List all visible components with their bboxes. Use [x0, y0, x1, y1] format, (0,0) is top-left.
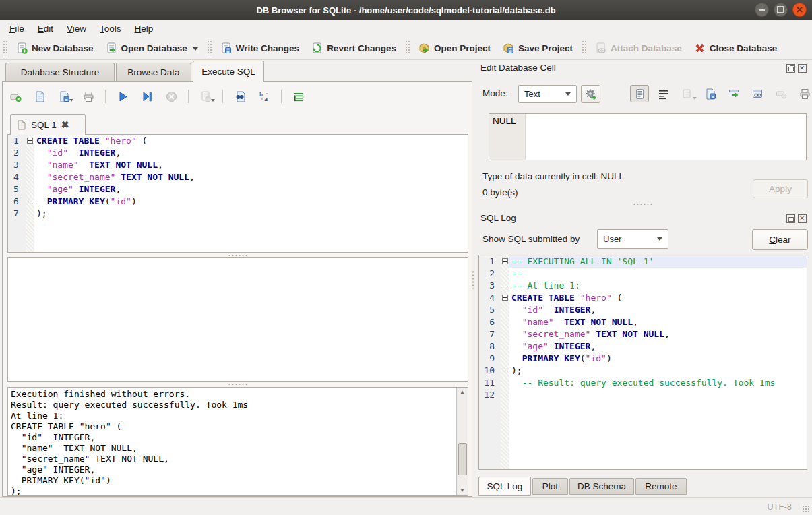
dock-tab-remote[interactable]: Remote	[635, 478, 687, 495]
write-changes-label: Write Changes	[236, 43, 299, 53]
log-filter-label-post: L submitted by	[521, 234, 580, 244]
execute-all-icon[interactable]	[114, 88, 131, 104]
sql-log-dock-buttons	[786, 214, 807, 223]
code-line: 1-- EXECUTING ALL IN 'SQL 1'	[479, 255, 807, 268]
toolbar-separator	[405, 40, 410, 55]
dock-tab-plot[interactable]: Plot	[532, 478, 568, 495]
code-line: 5 "age" INTEGER,	[8, 183, 468, 195]
find-replace-icon[interactable]: ba	[255, 88, 273, 104]
fold-marker-icon[interactable]	[502, 295, 508, 301]
log-filter-label-mnemonic: Q	[514, 234, 522, 244]
tab-execute-sql[interactable]: Execute SQL	[193, 61, 264, 82]
print-icon[interactable]	[80, 88, 97, 104]
close-sql-tab-icon[interactable]: ✖	[61, 119, 69, 130]
clear-log-button[interactable]: Clear	[752, 229, 808, 250]
close-dock-icon[interactable]	[798, 214, 807, 223]
write-changes-button[interactable]: Write Changes	[214, 40, 305, 57]
save-as-icon[interactable]	[701, 85, 720, 102]
execute-line-icon[interactable]	[138, 88, 156, 104]
close-icon[interactable]: ✕	[792, 3, 807, 17]
save-project-label: Save Project	[518, 43, 573, 53]
save-project-button[interactable]: Save Project	[497, 40, 579, 57]
revert-changes-button[interactable]: Revert Changes	[305, 40, 402, 57]
fold-marker-icon[interactable]	[27, 138, 33, 144]
print-cell-icon[interactable]	[795, 85, 812, 102]
menu-file[interactable]: File	[3, 22, 31, 36]
text-mode-icon[interactable]	[630, 85, 649, 102]
auto-mode-button[interactable]	[581, 85, 600, 103]
log-filter-select[interactable]: User	[597, 229, 668, 249]
toolbar-drag-handle[interactable]	[3, 40, 7, 55]
code-line: 6 PRIMARY KEY("id")	[8, 195, 468, 208]
word-wrap-icon[interactable]	[654, 85, 673, 102]
link-icon[interactable]	[748, 85, 767, 102]
results-pane[interactable]	[7, 258, 468, 382]
cell-edit-area[interactable]	[526, 114, 806, 160]
save-file-dropdown-icon[interactable]	[69, 99, 73, 104]
new-database-button[interactable]: New Database	[10, 40, 100, 57]
sql-toolbar-separator	[105, 90, 106, 103]
dock-tab-sql-log-label: SQL Log	[487, 481, 523, 491]
menu-view[interactable]: View	[60, 22, 93, 36]
dock-tab-plot-label: Plot	[542, 481, 558, 491]
code-line: 3-- At line 1:	[479, 280, 807, 292]
results-output-splitter[interactable]	[3, 382, 472, 386]
mode-select[interactable]: Text	[518, 85, 577, 103]
window-title: DB Browser for SQLite - /home/user/code/…	[256, 5, 555, 16]
output-scrollbar-thumb[interactable]	[458, 443, 467, 475]
minimize-icon[interactable]	[755, 3, 769, 17]
save-file-icon[interactable]	[55, 88, 73, 104]
close-database-button[interactable]: Close Database	[688, 40, 784, 57]
toolbar-separator	[207, 40, 212, 55]
float-dock-icon[interactable]	[786, 214, 795, 223]
mode-select-value: Text	[524, 89, 540, 99]
open-file-icon[interactable]	[31, 88, 49, 104]
maximize-icon[interactable]	[774, 3, 788, 17]
sql-log-title: SQL Log	[480, 213, 516, 223]
dock-tab-db-schema[interactable]: DB Schema	[569, 478, 634, 495]
scroll-down-icon[interactable]: ▼	[457, 486, 468, 495]
open-external-icon[interactable]	[724, 85, 743, 102]
sql-editor-gutter-fill	[8, 220, 34, 253]
dock-splitter[interactable]	[608, 202, 676, 206]
main-toolbar: New Database Open Database Write Changes…	[0, 36, 812, 60]
execute-sql-panel: ba SQL 1 ✖ 1CREATE TABLE "hero" (2 "id" …	[2, 81, 472, 497]
format-sql-icon[interactable]	[290, 88, 307, 104]
fold-marker-icon[interactable]	[502, 258, 508, 264]
log-filter-select-caret-icon	[657, 237, 662, 243]
mode-select-caret-icon	[565, 92, 571, 98]
dock-tab-sql-log[interactable]: SQL Log	[478, 477, 531, 496]
sql-log-view[interactable]: 1-- EXECUTING ALL IN 'SQL 1'2--3-- At li…	[478, 255, 807, 470]
tab-browse-data[interactable]: Browse Data	[116, 63, 191, 82]
sql-document-tab[interactable]: SQL 1 ✖	[10, 114, 86, 135]
open-project-button[interactable]: Open Project	[412, 40, 497, 57]
menu-tools[interactable]: Tools	[93, 22, 128, 36]
attach-database-label: Attach Database	[611, 43, 682, 53]
sql-editor[interactable]: 1CREATE TABLE "hero" (2 "id" INTEGER,3 "…	[7, 134, 468, 253]
code-line: 2 "id" INTEGER,	[8, 147, 468, 159]
right-dock: Edit Database Cell Mode: Text	[474, 61, 812, 497]
scroll-up-icon[interactable]: ▲	[457, 388, 468, 397]
code-line: 7 "secret_name" TEXT NOT NULL,	[479, 328, 807, 340]
menu-edit[interactable]: Edit	[31, 22, 60, 36]
open-database-button[interactable]: Open Database	[100, 40, 204, 57]
menu-help[interactable]: Help	[128, 22, 160, 36]
open-database-dropdown-icon[interactable]	[193, 47, 198, 53]
output-scrollbar[interactable]: ▲ ▼	[456, 388, 468, 495]
execution-output-text: Execution finished without errors. Resul…	[11, 389, 456, 495]
code-line: 4CREATE TABLE "hero" (	[479, 292, 807, 304]
code-line: 6 "name" TEXT NOT NULL,	[479, 316, 807, 328]
svg-text:b: b	[259, 91, 263, 98]
execution-output-pane[interactable]: Execution finished without errors. Resul…	[7, 387, 468, 496]
resize-grip[interactable]	[802, 505, 810, 513]
menu-bar: File Edit View Tools Help	[0, 20, 812, 36]
tab-database-structure[interactable]: Database Structure	[5, 63, 115, 82]
stop-icon[interactable]	[162, 88, 180, 104]
clear-log-button-label: Clear	[769, 235, 790, 245]
float-dock-icon[interactable]	[786, 64, 795, 73]
open-tab-icon[interactable]	[7, 88, 24, 104]
close-dock-icon[interactable]	[798, 64, 807, 73]
find-icon[interactable]	[231, 88, 249, 104]
cell-value-editor[interactable]: NULL	[489, 113, 807, 160]
tab-database-structure-label: Database Structure	[21, 67, 99, 78]
